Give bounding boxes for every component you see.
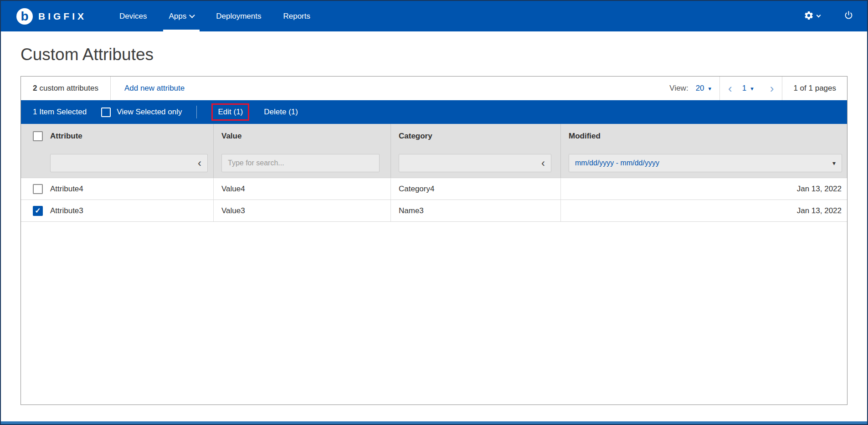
attribute-count-number: 2 [33,84,37,92]
items-selected-label: 1 Item Selected [33,108,87,117]
column-header-attribute: Attribute [50,124,214,148]
brand-name: BIGFIX [38,11,87,22]
edit-button[interactable]: Edit (1) [218,108,243,116]
page-title: Custom Attributes [21,45,847,64]
nav-label: Deployments [216,12,261,21]
brand: b BIGFIX [16,1,87,31]
edit-highlight-annotation: Edit (1) [211,103,249,121]
column-header-category: Category [391,124,561,148]
modified-date-range-picker[interactable]: mm/dd/yyyy - mm/dd/yyyy ▾ [569,154,842,172]
table-row[interactable]: Attribute4 Value4 Category4 Jan 13, 2022 [21,178,847,200]
row-modified: Jan 13, 2022 [561,178,847,200]
selection-action-bar: 1 Item Selected View Selected only Edit … [21,100,847,124]
column-header-modified: Modified [561,124,847,148]
caret-down-icon: ▾ [832,159,836,167]
table-header: Attribute Value Category Modified ‹ ‹ [21,124,847,178]
next-page-button[interactable]: › [762,82,782,94]
row-checkbox[interactable] [33,206,43,216]
select-all-checkbox[interactable] [33,131,43,141]
filter-cell-modified: mm/dd/yyyy - mm/dd/yyyy ▾ [561,148,847,178]
chevron-left-icon: ‹ [198,158,201,169]
table-toolbar: 2custom attributes Add new attribute Vie… [21,77,847,100]
chevron-down-icon [817,13,821,18]
category-filter-combobox[interactable]: ‹ [399,154,551,172]
row-modified: Jan 13, 2022 [561,200,847,221]
bigfix-logo-icon: b [16,8,33,25]
row-checkbox-cell [21,200,50,221]
row-attribute: Attribute3 [50,200,214,221]
view-selected-only-label: View Selected only [117,108,182,117]
attribute-count-label: custom attributes [39,84,98,92]
view-label: View: [669,84,688,93]
nav-label: Apps [169,12,186,21]
nav-item-reports[interactable]: Reports [272,1,321,31]
settings-button[interactable] [804,10,820,22]
filter-spacer-cell [21,148,50,178]
filter-cell-value [214,148,391,178]
page-content: Custom Attributes 2custom attributes Add… [1,45,867,405]
nav-label: Reports [283,12,310,21]
previous-page-button[interactable]: ‹ [720,82,740,94]
add-new-attribute-link[interactable]: Add new attribute [111,84,198,93]
chevron-down-icon [189,12,195,18]
delete-button[interactable]: Delete (1) [264,108,298,117]
page-size-dropdown[interactable]: 20 ▾ [694,84,719,93]
main-nav: Devices Apps Deployments Reports [108,1,321,31]
row-attribute: Attribute4 [50,178,214,200]
divider [196,106,197,118]
pages-info: 1 of 1 pages [782,84,847,93]
caret-down-icon: ▾ [750,85,754,92]
gear-icon [804,10,814,22]
filter-cell-category: ‹ [391,148,561,178]
window-bottom-border [1,421,867,424]
row-checkbox[interactable] [33,184,43,194]
select-all-cell [21,124,50,148]
table-row[interactable]: Attribute3 Value3 Name3 Jan 13, 2022 [21,200,847,222]
page-number-value: 1 [742,84,746,93]
value-search-input[interactable] [221,154,380,172]
nav-label: Devices [119,12,147,21]
attribute-filter-combobox[interactable]: ‹ [50,154,208,172]
row-checkbox-cell [21,178,50,200]
filter-cell-attribute: ‹ [50,148,214,178]
custom-attributes-panel: 2custom attributes Add new attribute Vie… [21,76,847,405]
page-size-value: 20 [696,84,704,93]
power-icon [844,10,853,22]
row-category: Name3 [391,200,561,221]
logout-button[interactable] [844,10,853,22]
nav-item-apps[interactable]: Apps [158,1,205,31]
row-category: Category4 [391,178,561,200]
column-header-value: Value [214,124,391,148]
page-number-dropdown[interactable]: 1 ▾ [740,84,762,93]
empty-table-area [21,222,847,405]
view-selected-only-checkbox[interactable] [101,108,111,117]
top-navigation-bar: b BIGFIX Devices Apps Deployments Report… [1,1,867,31]
nav-item-devices[interactable]: Devices [108,1,158,31]
nav-item-deployments[interactable]: Deployments [205,1,272,31]
row-value: Value4 [214,178,391,200]
date-range-placeholder: mm/dd/yyyy - mm/dd/yyyy [575,159,659,167]
caret-down-icon: ▾ [709,85,712,92]
attribute-count: 2custom attributes [21,84,110,93]
chevron-left-icon: ‹ [541,158,545,169]
row-value: Value3 [214,200,391,221]
